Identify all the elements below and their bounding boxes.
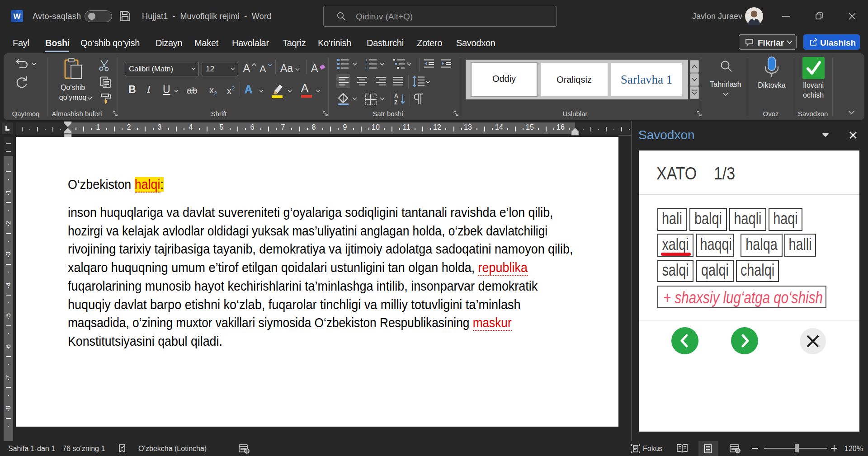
svg-text:Z: Z xyxy=(394,99,397,105)
svg-text:3: 3 xyxy=(365,66,368,70)
svg-text:2: 2 xyxy=(365,62,368,66)
svg-text:A: A xyxy=(394,93,398,99)
svg-text:W: W xyxy=(13,12,21,21)
svg-text:1: 1 xyxy=(365,58,368,62)
